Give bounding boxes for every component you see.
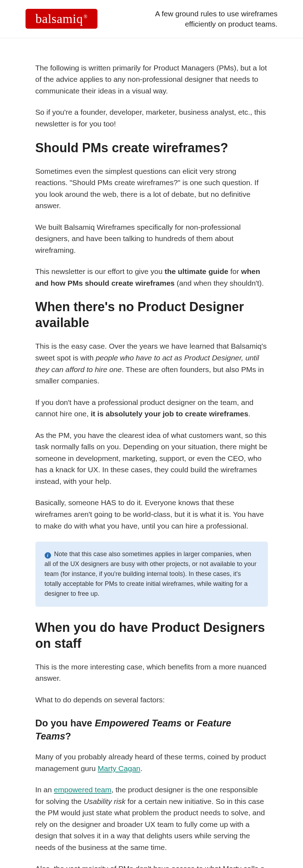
heading-no-designer: When there's no Product Designer availab… [35,299,268,331]
sec2-paragraph-4: Basically, someone HAS to do it. Everyon… [35,497,268,532]
sec1-paragraph-3: This newsletter is our effort to give yo… [35,266,268,289]
heading-have-designers: When you do have Product Designers on st… [35,619,268,651]
sec3-paragraph-2: What to do depends on several factors: [35,694,268,706]
article-body: The following is written primarily for P… [24,38,279,868]
page-header: balsamiq® A few ground rules to use wire… [0,0,303,38]
bold-text: it is absolutely your job to create wire… [91,410,248,418]
text-span: Many of you probably already heard of th… [35,753,266,772]
italic-text: Usability risk [84,797,125,805]
text-span: In an [35,786,54,794]
info-callout: i Note that this case also sometimes app… [35,542,268,606]
text-span: ? [65,731,71,742]
text-span: (and when they shouldn't). [175,279,264,287]
info-note-text: Note that this case also sometimes appli… [45,550,257,597]
text-span: Do you have [35,718,95,729]
link-empowered-team[interactable]: empowered team [54,786,111,794]
intro-paragraph-2: So if you're a founder, developer, marke… [35,107,268,130]
italic-text: Empowered Teams [95,718,182,729]
sec1-paragraph-2: We built Balsamiq Wireframes specificall… [35,222,268,256]
text-span: or [182,718,197,729]
sec4-paragraph-2: In an empowered team, the product design… [35,784,268,853]
heading-empowered-vs-feature: Do you have Empowered Teams or Feature T… [35,717,268,743]
sec4-paragraph-1: Many of you probably already heard of th… [35,751,268,774]
intro-paragraph-1: The following is written primarily for P… [35,62,268,97]
bold-text: the ultimate guide [164,267,228,275]
info-icon: i [45,552,51,559]
text-span: Alas, the vast majority of PMs don't hav… [35,864,265,868]
sec2-paragraph-1: This is the easy case. Over the years we… [35,341,268,387]
sec2-paragraph-3: As the PM, you have the clearest idea of… [35,430,268,487]
text-span: for [228,267,241,275]
logo-text: balsamiq [35,12,83,26]
sec2-paragraph-2: If you don't have a professional product… [35,397,268,420]
balsamiq-logo: balsamiq® [26,9,97,29]
sec1-paragraph-1: Sometimes even the simplest questions ca… [35,166,268,212]
header-tagline: A few ground rules to use wireframes eff… [136,8,277,29]
text-span: This newsletter is our effort to give yo… [35,267,165,275]
link-marty-cagan[interactable]: Marty Cagan [98,764,140,772]
text-span: . [140,764,142,772]
sec3-paragraph-1: This is the more interesting case, which… [35,661,268,684]
text-span: . [248,410,251,418]
sec4-paragraph-3: Alas, the vast majority of PMs don't hav… [35,863,268,868]
logo-registered-mark: ® [84,14,88,19]
heading-should-pms: Should PMs create wireframes? [35,140,268,156]
